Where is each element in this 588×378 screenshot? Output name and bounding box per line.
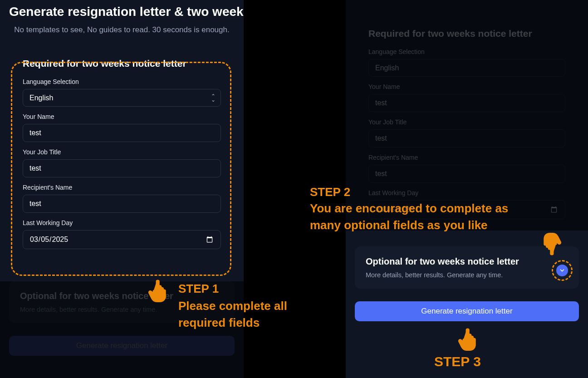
right-panel: Required for two weeks notice letter Lan… xyxy=(346,0,588,378)
left-panel: Generate resignation letter & two weeks … xyxy=(0,0,244,378)
required-title-right: Required for two weeks notice letter xyxy=(368,28,565,39)
lastday-input[interactable] xyxy=(23,230,221,249)
recipient-input[interactable] xyxy=(23,195,221,213)
recipient-label: Recipient's Name xyxy=(23,184,221,191)
jobtitle-label-right: Your Job Title xyxy=(368,118,565,126)
name-field-group-right: Your Name xyxy=(368,83,565,112)
recipient-label-right: Recipient's Name xyxy=(368,154,565,161)
lastday-field-group: Last Working Day xyxy=(23,219,221,249)
language-field-group: Language Selection English ⌃⌄ xyxy=(23,78,221,107)
language-select-right[interactable]: English xyxy=(368,59,565,77)
name-input-right[interactable] xyxy=(368,94,565,112)
name-field-group: Your Name xyxy=(23,113,221,142)
optional-subtitle-right: More details, better results. Generate a… xyxy=(366,271,568,279)
lastday-label: Last Working Day xyxy=(23,219,221,226)
recipient-input-right[interactable] xyxy=(368,165,565,183)
generate-button-left[interactable]: Generate resignation letter xyxy=(9,336,235,356)
optional-title-right: Optional for two weeks notice letter xyxy=(366,256,568,267)
page-title: Generate resignation letter & two weeks … xyxy=(0,0,244,19)
language-select[interactable]: English xyxy=(23,89,221,107)
name-input[interactable] xyxy=(23,124,221,142)
required-form-card: Required for two weeks notice letter Lan… xyxy=(9,48,235,263)
jobtitle-input[interactable] xyxy=(23,159,221,177)
optional-subtitle-left: More details, better results. Generate a… xyxy=(20,306,224,313)
lastday-input-right[interactable] xyxy=(368,200,565,219)
lastday-label-right: Last Working Day xyxy=(368,189,565,196)
language-label-right: Language Selection xyxy=(368,48,565,55)
chevron-down-icon[interactable] xyxy=(556,265,568,276)
recipient-field-group-right: Recipient's Name xyxy=(368,154,565,183)
name-label-right: Your Name xyxy=(368,83,565,90)
page-subtitle: No templates to see, No guides to read. … xyxy=(0,19,244,34)
name-label: Your Name xyxy=(23,113,221,120)
jobtitle-field-group-right: Your Job Title xyxy=(368,118,565,147)
language-field-group-right: Language Selection English xyxy=(368,48,565,77)
optional-title-left: Optional for two weeks notice letter xyxy=(20,291,224,301)
jobtitle-field-group: Your Job Title xyxy=(23,148,221,177)
required-form-card-right: Required for two weeks notice letter Lan… xyxy=(355,18,579,233)
language-select-wrap: English ⌃⌄ xyxy=(23,89,221,107)
recipient-field-group: Recipient's Name xyxy=(23,184,221,213)
optional-card-right[interactable]: Optional for two weeks notice letter Mor… xyxy=(355,246,579,289)
optional-card-left[interactable]: Optional for two weeks notice letter Mor… xyxy=(9,281,235,323)
required-title: Required for two weeks notice letter xyxy=(23,58,221,69)
generate-button-right[interactable]: Generate resignation letter xyxy=(355,301,579,321)
language-select-wrap-right: English xyxy=(368,59,565,77)
jobtitle-input-right[interactable] xyxy=(368,129,565,147)
jobtitle-label: Your Job Title xyxy=(23,148,221,156)
language-label: Language Selection xyxy=(23,78,221,85)
lastday-field-group-right: Last Working Day xyxy=(368,189,565,219)
